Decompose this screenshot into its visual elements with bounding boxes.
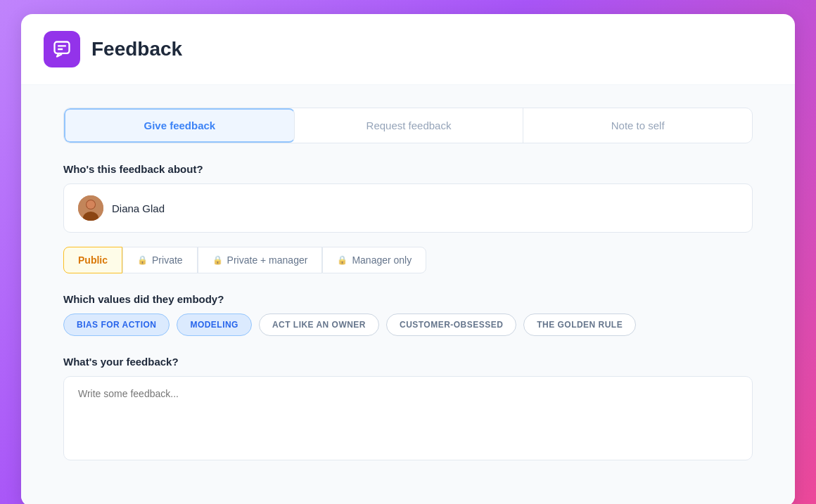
tab-give-feedback[interactable]: Give feedback <box>64 108 295 143</box>
avatar <box>78 195 103 221</box>
svg-point-6 <box>87 200 95 209</box>
vis-public-label: Public <box>78 254 108 266</box>
vis-manager-only[interactable]: 🔒 Manager only <box>322 247 426 273</box>
svg-rect-0 <box>55 42 70 53</box>
tab-note-to-self[interactable]: Note to self <box>523 108 752 143</box>
chip-customer-obsessed[interactable]: CUSTOMER-OBSESSED <box>386 314 516 336</box>
values-section-label: Which values did they embody? <box>63 293 753 305</box>
lock-icon-manager-only: 🔒 <box>337 255 348 265</box>
content-area: Give feedback Request feedback Note to s… <box>21 85 795 504</box>
main-card: Feedback Give feedback Request feedback … <box>21 14 795 504</box>
visibility-options: Public 🔒 Private 🔒 Private + manager 🔒 M… <box>63 247 753 273</box>
chip-modeling[interactable]: MODELING <box>177 314 252 336</box>
chip-golden-rule[interactable]: THE GOLDEN RULE <box>523 314 636 336</box>
vis-manager-only-label: Manager only <box>352 254 412 266</box>
header: Feedback <box>21 14 795 85</box>
page-title: Feedback <box>91 38 182 60</box>
vis-public[interactable]: Public <box>63 247 122 273</box>
vis-private[interactable]: 🔒 Private <box>122 247 198 273</box>
lock-icon-private: 🔒 <box>137 255 148 265</box>
person-selector[interactable]: Diana Glad <box>63 183 753 233</box>
vis-private-label: Private <box>152 254 183 266</box>
feedback-textarea[interactable] <box>63 376 753 460</box>
tab-bar: Give feedback Request feedback Note to s… <box>63 108 753 143</box>
person-name: Diana Glad <box>112 202 165 214</box>
chip-bias-for-action[interactable]: BIAS FOR ACTION <box>63 314 170 336</box>
app-icon <box>44 31 80 67</box>
values-grid: BIAS FOR ACTION MODELING ACT LIKE AN OWN… <box>63 314 753 336</box>
tab-request-feedback[interactable]: Request feedback <box>295 108 524 143</box>
lock-icon-private-manager: 🔒 <box>212 255 223 265</box>
vis-private-manager[interactable]: 🔒 Private + manager <box>198 247 323 273</box>
feedback-section-label: What's your feedback? <box>63 356 753 368</box>
who-section-label: Who's this feedback about? <box>63 163 753 175</box>
feedback-icon <box>52 39 72 59</box>
chip-act-like-owner[interactable]: ACT LIKE AN OWNER <box>259 314 379 336</box>
vis-private-manager-label: Private + manager <box>227 254 308 266</box>
